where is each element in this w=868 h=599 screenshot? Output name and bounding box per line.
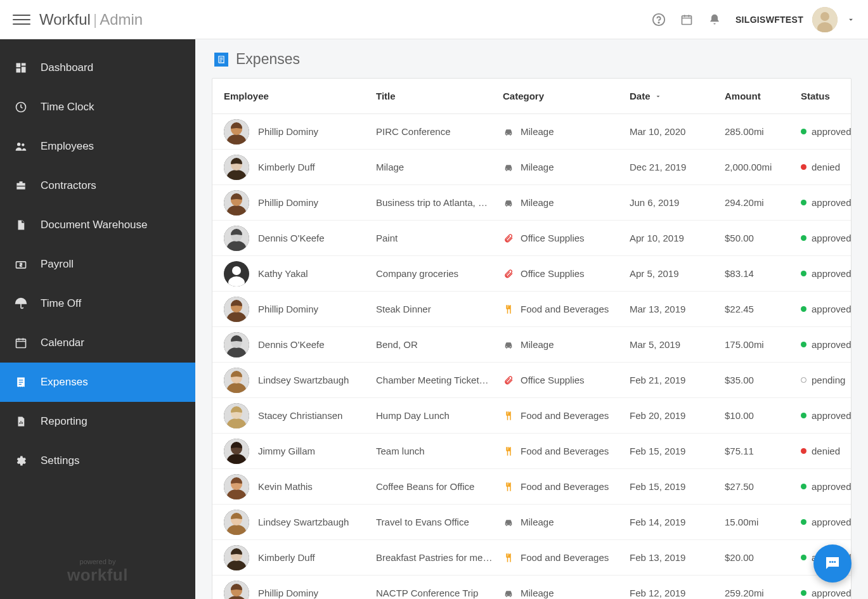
category-label: Food and Beverages [521,304,609,314]
table-row[interactable]: Lindsey Swartzbaugh Chamber Meeting Tick… [212,363,851,398]
svg-rect-13 [16,186,25,186]
employee-cell: Phillip Dominy [224,297,376,322]
svg-point-25 [510,168,511,169]
table-row[interactable]: Phillip Dominy Steak Dinner Food and Bev… [212,292,851,327]
table-row[interactable]: Phillip Dominy PIRC Conference Mileage M… [212,114,851,150]
svg-rect-2 [682,16,691,24]
table-row[interactable]: Phillip Dominy Business trip to Atlanta,… [212,185,851,221]
calendar-icon[interactable] [680,13,694,27]
table-row[interactable]: Jimmy Gillam Team lunch Food and Beverag… [212,434,851,469]
status-dot-icon [801,519,806,525]
date-cell: Feb 14, 2019 [630,517,725,527]
svg-point-60 [506,523,507,524]
expense-title: Travel to Evans Office [376,517,503,527]
table-row[interactable]: Kimberly Duff Breakfast Pastries for me…… [212,540,851,576]
food-icon [503,304,514,315]
table-row[interactable]: Dennis O'Keefe Bend, OR Mileage Mar 5, 2… [212,327,851,363]
car-icon [503,197,514,209]
table-row[interactable]: Lindsey Swartzbaugh Travel to Evans Offi… [212,505,851,540]
employee-name: Kimberly Duff [258,552,315,563]
svg-rect-9 [16,68,21,73]
category-label: Mileage [521,339,554,350]
hamburger-menu-button[interactable] [13,11,30,29]
status-cell: approved [801,233,868,243]
food-icon [503,410,514,422]
expense-title: Team lunch [376,446,503,456]
employee-name: Kathy Yakal [258,268,308,279]
status-cell: approved [801,126,868,137]
report-icon [14,415,28,428]
employee-name: Lindsey Swartzbaugh [258,375,349,385]
sidebar-item-payroll[interactable]: Payroll [0,245,195,284]
employee-cell: Jimmy Gillam [224,439,376,464]
status-cell: approved [801,517,868,527]
category-label: Food and Beverages [521,446,609,456]
status-dot-icon [801,235,806,241]
col-amount[interactable]: Amount [725,91,801,101]
expense-title: Chamber Meeting Ticket… [376,375,503,385]
table-row[interactable]: Dennis O'Keefe Paint Office Supplies Apr… [212,221,851,256]
employee-cell: Lindsey Swartzbaugh [224,510,376,535]
svg-point-35 [232,266,241,275]
svg-rect-7 [22,63,26,66]
user-name-label: SILGISWFTEST [735,15,803,25]
status-label: approved [812,339,852,350]
status-cell: approved [801,268,868,279]
sidebar-item-document-warehouse[interactable]: Document Warehouse [0,205,195,245]
col-title[interactable]: Title [376,91,503,101]
category-cell: Food and Beverages [503,552,630,564]
expense-title: Coffee Beans for Office [376,481,503,492]
user-menu[interactable]: SILGISWFTEST [735,7,855,32]
table-row[interactable]: Kimberly Duff Milage Mileage Dec 21, 201… [212,150,851,185]
svg-point-68 [506,594,507,595]
col-status[interactable]: Status [801,91,868,101]
employee-cell: Lindsey Swartzbaugh [224,368,376,393]
table-row[interactable]: Kathy Yakal Company groceries Office Sup… [212,256,851,292]
employee-avatar [224,226,249,251]
status-cell: denied [801,446,868,456]
svg-rect-15 [16,339,26,347]
receipt-icon [14,375,28,389]
people-icon [14,139,28,153]
sidebar-item-expenses[interactable]: Expenses [0,363,195,402]
sidebar-item-time-clock[interactable]: Time Clock [0,87,195,127]
food-icon [503,481,514,493]
amount-cell: $22.45 [725,304,801,314]
table-row[interactable]: Kevin Mathis Coffee Beans for Office Foo… [212,469,851,505]
table-row[interactable]: Stacey Christiansen Hump Day Lunch Food … [212,398,851,434]
sidebar-item-settings[interactable]: Settings [0,441,195,480]
svg-point-72 [834,561,836,563]
employee-avatar [224,403,249,428]
sidebar-item-contractors[interactable]: Contractors [0,166,195,205]
date-cell: Mar 10, 2020 [630,126,725,137]
sidebar-item-reporting[interactable]: Reporting [0,402,195,441]
car-icon [503,339,514,351]
svg-point-71 [832,561,834,563]
sidebar-item-dashboard[interactable]: Dashboard [0,48,195,87]
chat-button[interactable] [813,544,852,583]
help-icon[interactable] [652,13,666,27]
brand-title: Workful|Admin [39,11,143,29]
table-row[interactable]: Phillip Dominy NACTP Conference Trip Mil… [212,576,851,599]
date-cell: Feb 15, 2019 [630,446,725,456]
col-employee[interactable]: Employee [224,91,376,101]
col-category[interactable]: Category [503,91,630,101]
status-dot-icon [801,413,806,418]
money-icon [14,257,28,271]
status-label: approved [812,410,852,421]
status-dot-icon [801,342,806,347]
col-date[interactable]: Date [630,91,725,101]
table-body: Phillip Dominy PIRC Conference Mileage M… [212,114,851,599]
powered-prefix: powered by [0,558,195,565]
expense-title: Milage [376,162,503,172]
sidebar-item-time-off[interactable]: Time Off [0,284,195,323]
category-label: Mileage [521,126,554,137]
sidebar-item-calendar[interactable]: Calendar [0,323,195,363]
employee-cell: Phillip Dominy [224,581,376,600]
status-dot-icon [801,377,806,383]
bell-icon[interactable] [708,13,722,27]
svg-point-4 [820,12,829,21]
sidebar-item-employees[interactable]: Employees [0,127,195,166]
employee-avatar [224,545,249,570]
expense-title: Hump Day Lunch [376,410,503,421]
